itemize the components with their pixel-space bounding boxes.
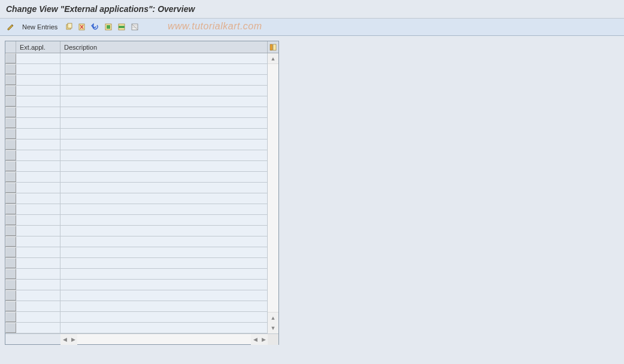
cell-description[interactable]	[60, 118, 268, 128]
cell-description[interactable]	[60, 204, 268, 214]
cell-extappl[interactable]	[16, 107, 60, 117]
cell-description[interactable]	[60, 226, 268, 236]
cell-description[interactable]	[60, 323, 268, 333]
row-selector[interactable]	[5, 64, 16, 74]
cell-extappl[interactable]	[16, 301, 60, 311]
column-header-description[interactable]: Description	[60, 41, 268, 53]
scroll-track[interactable]	[268, 64, 278, 312]
scroll-left-end-button[interactable]: ◀	[251, 334, 259, 345]
row-selector[interactable]	[5, 118, 16, 128]
cell-description[interactable]	[60, 301, 268, 311]
cell-extappl[interactable]	[16, 236, 60, 247]
undo-button[interactable]	[89, 21, 101, 33]
scroll-up-bottom-button[interactable]: ▲	[268, 312, 278, 323]
vertical-scrollbar[interactable]: ▲ ▲ ▼	[268, 53, 278, 333]
cell-description[interactable]	[60, 280, 268, 290]
cell-extappl[interactable]	[16, 118, 60, 128]
row-selector[interactable]	[5, 215, 16, 225]
new-entries-button[interactable]: New Entries	[18, 21, 62, 33]
edit-button[interactable]	[5, 21, 17, 33]
cell-extappl[interactable]	[16, 129, 60, 139]
cell-extappl[interactable]	[16, 96, 60, 107]
select-all-button[interactable]	[102, 21, 114, 33]
row-selector[interactable]	[5, 193, 16, 204]
cell-extappl[interactable]	[16, 226, 60, 236]
cell-description[interactable]	[60, 193, 268, 204]
row-selector[interactable]	[5, 172, 16, 182]
row-selector[interactable]	[5, 247, 16, 257]
row-selector[interactable]	[5, 323, 16, 333]
deselect-button[interactable]	[129, 21, 141, 33]
cell-description[interactable]	[60, 172, 268, 182]
cell-description[interactable]	[60, 107, 268, 117]
cell-description[interactable]	[60, 75, 268, 85]
row-selector[interactable]	[5, 226, 16, 236]
cell-extappl[interactable]	[16, 269, 60, 279]
cell-description[interactable]	[60, 161, 268, 171]
row-selector[interactable]	[5, 129, 16, 139]
row-selector[interactable]	[5, 280, 16, 290]
row-selector[interactable]	[5, 86, 16, 96]
delete-button[interactable]	[76, 21, 88, 33]
cell-description[interactable]	[60, 236, 268, 247]
row-selector[interactable]	[5, 107, 16, 117]
cell-extappl[interactable]	[16, 280, 60, 290]
cell-extappl[interactable]	[16, 64, 60, 74]
row-selector[interactable]	[5, 53, 16, 63]
cell-extappl[interactable]	[16, 86, 60, 96]
cell-extappl[interactable]	[16, 290, 60, 301]
row-selector[interactable]	[5, 269, 16, 279]
cell-description[interactable]	[60, 129, 268, 139]
cell-extappl[interactable]	[16, 139, 60, 150]
cell-description[interactable]	[60, 86, 268, 96]
cell-extappl[interactable]	[16, 172, 60, 182]
row-selector[interactable]	[5, 204, 16, 214]
scroll-up-button[interactable]: ▲	[268, 53, 278, 64]
scroll-left-button[interactable]: ◀	[60, 334, 69, 345]
cell-extappl[interactable]	[16, 53, 60, 63]
row-selector[interactable]	[5, 139, 16, 150]
cell-description[interactable]	[60, 139, 268, 150]
select-block-button[interactable]	[116, 21, 128, 33]
scroll-right-end-button[interactable]: ▶	[259, 334, 268, 345]
cell-description[interactable]	[60, 64, 268, 74]
cell-extappl[interactable]	[16, 204, 60, 214]
column-header-selector[interactable]	[5, 41, 16, 53]
row-selector[interactable]	[5, 301, 16, 311]
row-selector[interactable]	[5, 161, 16, 171]
cell-extappl[interactable]	[16, 75, 60, 85]
cell-extappl[interactable]	[16, 215, 60, 225]
row-selector[interactable]	[5, 183, 16, 193]
column-header-extappl[interactable]: Ext.appl.	[16, 41, 60, 53]
column-config-button[interactable]	[268, 41, 278, 53]
cell-description[interactable]	[60, 96, 268, 107]
copy-button[interactable]	[63, 21, 75, 33]
cell-description[interactable]	[60, 247, 268, 257]
row-selector[interactable]	[5, 96, 16, 107]
cell-description[interactable]	[60, 150, 268, 160]
row-selector[interactable]	[5, 312, 16, 322]
cell-extappl[interactable]	[16, 150, 60, 160]
row-selector[interactable]	[5, 258, 16, 268]
scroll-right-button[interactable]: ▶	[69, 334, 77, 345]
row-selector[interactable]	[5, 290, 16, 301]
cell-extappl[interactable]	[16, 247, 60, 257]
row-selector[interactable]	[5, 236, 16, 247]
scroll-down-button[interactable]: ▼	[268, 323, 278, 333]
hscroll-track[interactable]	[77, 334, 251, 344]
cell-description[interactable]	[60, 215, 268, 225]
cell-extappl[interactable]	[16, 161, 60, 171]
row-selector[interactable]	[5, 75, 16, 85]
cell-description[interactable]	[60, 53, 268, 63]
cell-description[interactable]	[60, 183, 268, 193]
cell-description[interactable]	[60, 269, 268, 279]
cell-extappl[interactable]	[16, 183, 60, 193]
cell-description[interactable]	[60, 290, 268, 301]
row-selector[interactable]	[5, 150, 16, 160]
cell-extappl[interactable]	[16, 323, 60, 333]
cell-description[interactable]	[60, 312, 268, 322]
cell-extappl[interactable]	[16, 312, 60, 322]
cell-description[interactable]	[60, 258, 268, 268]
cell-extappl[interactable]	[16, 258, 60, 268]
cell-extappl[interactable]	[16, 193, 60, 204]
